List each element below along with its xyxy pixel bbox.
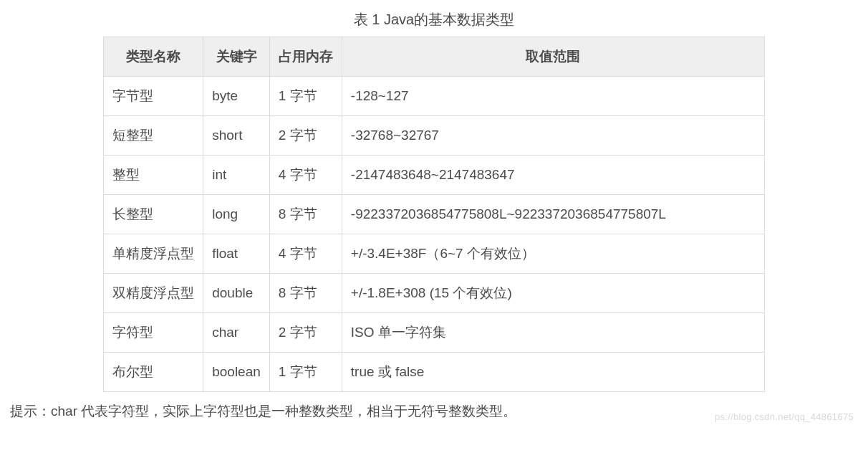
cell-range: -32768~32767 (342, 116, 764, 156)
cell-name: 字节型 (104, 77, 203, 116)
table-caption: 表 1 Java的基本数据类型 (10, 10, 858, 29)
cell-keyword: char (203, 313, 270, 353)
cell-keyword: float (203, 234, 270, 274)
cell-memory: 4 字节 (269, 156, 342, 195)
cell-range: +/-1.8E+308 (15 个有效位) (342, 274, 764, 313)
cell-memory: 2 字节 (269, 313, 342, 353)
cell-keyword: short (203, 116, 270, 156)
cell-keyword: boolean (203, 353, 270, 392)
cell-memory: 8 字节 (269, 195, 342, 234)
cell-range: -9223372036854775808L~922337203685477580… (342, 195, 764, 234)
cell-keyword: long (203, 195, 270, 234)
table-row: 双精度浮点型double8 字节+/-1.8E+308 (15 个有效位) (104, 274, 765, 313)
cell-range: -2147483648~2147483647 (342, 156, 764, 195)
cell-memory: 1 字节 (269, 77, 342, 116)
cell-keyword: double (203, 274, 270, 313)
cell-memory: 4 字节 (269, 234, 342, 274)
cell-keyword: int (203, 156, 270, 195)
cell-name: 短整型 (104, 116, 203, 156)
cell-name: 整型 (104, 156, 203, 195)
cell-name: 布尔型 (104, 353, 203, 392)
table-row: 长整型long8 字节-9223372036854775808L~9223372… (104, 195, 765, 234)
table-row: 整型int4 字节-2147483648~2147483647 (104, 156, 765, 195)
table-header-row: 类型名称 关键字 占用内存 取值范围 (104, 37, 765, 77)
cell-name: 长整型 (104, 195, 203, 234)
cell-keyword: byte (203, 77, 270, 116)
cell-memory: 2 字节 (269, 116, 342, 156)
cell-name: 字符型 (104, 313, 203, 353)
table-row: 单精度浮点型float4 字节+/-3.4E+38F（6~7 个有效位） (104, 234, 765, 274)
cell-name: 双精度浮点型 (104, 274, 203, 313)
cell-range: ISO 单一字符集 (342, 313, 764, 353)
footer-note: 提示：char 代表字符型，实际上字符型也是一种整数类型，相当于无符号整数类型。 (10, 403, 516, 419)
header-memory: 占用内存 (269, 37, 342, 77)
watermark-text: ps://blog.csdn.net/qq_44861675 (715, 411, 854, 422)
header-range: 取值范围 (342, 37, 764, 77)
cell-memory: 8 字节 (269, 274, 342, 313)
table-row: 短整型short2 字节-32768~32767 (104, 116, 765, 156)
table-row: 布尔型boolean1 字节true 或 false (104, 353, 765, 392)
cell-range: -128~127 (342, 77, 764, 116)
header-keyword: 关键字 (203, 37, 270, 77)
cell-range: +/-3.4E+38F（6~7 个有效位） (342, 234, 764, 274)
cell-memory: 1 字节 (269, 353, 342, 392)
cell-name: 单精度浮点型 (104, 234, 203, 274)
footer-note-row: 提示：char 代表字符型，实际上字符型也是一种整数类型，相当于无符号整数类型。… (10, 402, 858, 421)
data-types-table: 类型名称 关键字 占用内存 取值范围 字节型byte1 字节-128~127短整… (103, 37, 765, 392)
cell-range: true 或 false (342, 353, 764, 392)
table-row: 字符型char2 字节ISO 单一字符集 (104, 313, 765, 353)
header-type-name: 类型名称 (104, 37, 203, 77)
table-row: 字节型byte1 字节-128~127 (104, 77, 765, 116)
